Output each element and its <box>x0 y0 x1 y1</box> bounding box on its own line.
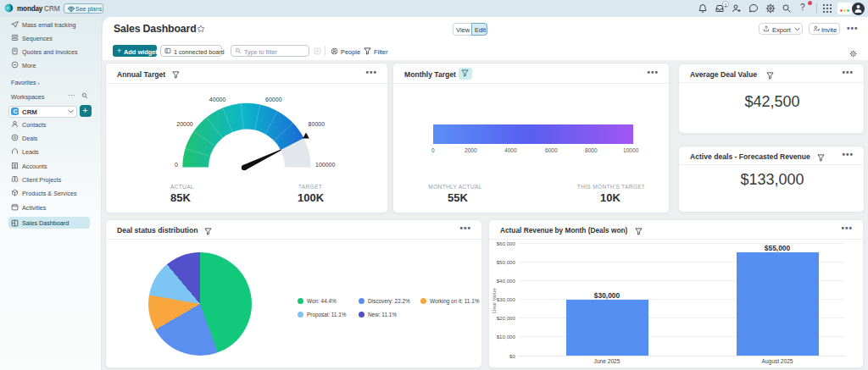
svg-text:80000: 80000 <box>309 121 326 127</box>
svg-text:60000: 60000 <box>265 97 282 102</box>
svg-text:0: 0 <box>175 162 178 168</box>
svg-text:20000: 20000 <box>176 121 193 127</box>
svg-text:100000: 100000 <box>315 162 335 168</box>
svg-text:40000: 40000 <box>209 97 226 102</box>
